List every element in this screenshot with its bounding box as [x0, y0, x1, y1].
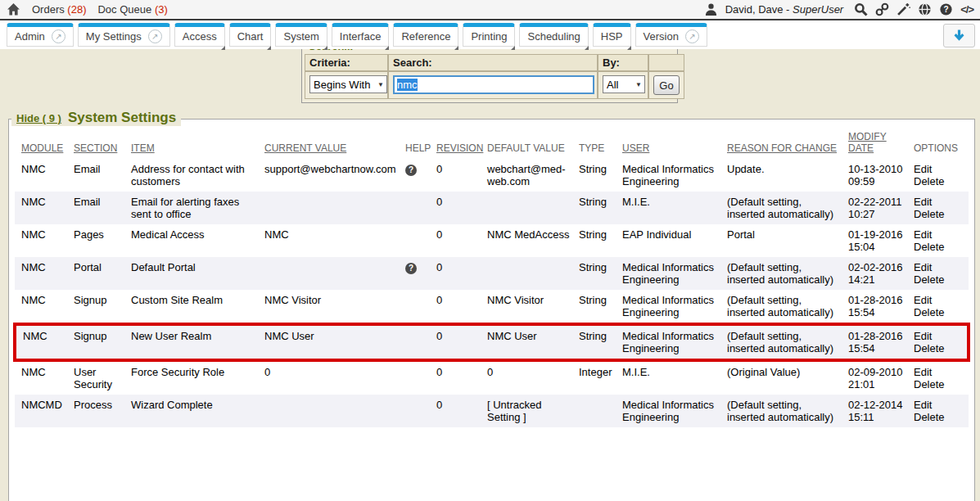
- cell-module: NMC: [15, 360, 72, 395]
- cell-type: String: [577, 257, 621, 290]
- cell-reason: (Original Value): [725, 360, 847, 395]
- wand-icon[interactable]: [896, 2, 910, 16]
- tab-access[interactable]: Access: [174, 23, 225, 47]
- cell-section: Signup: [72, 324, 129, 360]
- column-header-options: OPTIONS: [912, 129, 969, 159]
- cell-help: [404, 290, 435, 324]
- edit-link[interactable]: Edit: [914, 196, 964, 208]
- cell-section: Email: [72, 159, 129, 192]
- tab-my-settings[interactable]: My Settings↗: [78, 23, 170, 47]
- criteria-select[interactable]: Begins With▼: [309, 75, 387, 93]
- column-header-module[interactable]: MODULE: [15, 129, 72, 159]
- edit-link[interactable]: Edit: [914, 163, 964, 175]
- column-header-section[interactable]: SECTION: [72, 129, 129, 159]
- criteria-label: Criteria:: [305, 54, 388, 71]
- tab-interface[interactable]: Interface: [332, 23, 390, 47]
- cell-current-value: [263, 257, 404, 290]
- cell-options: EditDelete: [912, 159, 969, 192]
- edit-link[interactable]: Edit: [914, 261, 964, 273]
- cell-module: NMC: [15, 257, 72, 290]
- cell-module: NMC: [15, 290, 72, 324]
- cell-reason: Update.: [725, 159, 847, 192]
- delete-link[interactable]: Delete: [914, 175, 964, 187]
- column-header-revision[interactable]: REVISION: [435, 129, 485, 159]
- tab-scheduling[interactable]: Scheduling: [519, 23, 588, 47]
- row-help-icon[interactable]: ?: [405, 263, 417, 274]
- menu-corner-icon: [454, 46, 458, 50]
- delete-link[interactable]: Delete: [914, 306, 964, 318]
- delete-link[interactable]: Delete: [914, 378, 964, 390]
- by-select[interactable]: All▼: [603, 75, 645, 93]
- home-icon[interactable]: [7, 2, 20, 16]
- popout-arrow-icon[interactable]: ↗: [52, 29, 65, 43]
- search-icon[interactable]: [854, 2, 868, 16]
- orders-link[interactable]: Orders (28): [32, 3, 86, 16]
- cell-item: Default Portal: [129, 257, 263, 290]
- search-input[interactable]: nmc: [393, 75, 594, 94]
- doc-queue-count: (3): [155, 3, 168, 16]
- menu-corner-icon: [385, 46, 389, 50]
- tab-chart[interactable]: Chart: [229, 23, 272, 47]
- cell-help: [404, 224, 435, 257]
- delete-link[interactable]: Delete: [914, 273, 964, 286]
- delete-link[interactable]: Delete: [914, 411, 964, 423]
- popout-arrow-icon[interactable]: ↗: [148, 29, 162, 43]
- cell-revision: 0: [435, 257, 485, 290]
- edit-link[interactable]: Edit: [914, 228, 964, 241]
- menu-corner-icon: [323, 46, 327, 50]
- search-panel: Search... Criteria: Search: By: Begins W…: [301, 47, 678, 103]
- hide-link[interactable]: Hide ( 9 ): [16, 112, 61, 124]
- column-header-reason-for-change[interactable]: REASON FOR CHANGE: [725, 129, 847, 159]
- delete-link[interactable]: Delete: [914, 241, 964, 253]
- edit-link[interactable]: Edit: [914, 330, 962, 342]
- delete-link[interactable]: Delete: [914, 208, 964, 220]
- link-icon[interactable]: [875, 2, 889, 16]
- table-row: NMCPagesMedical AccessNMC0NMC MedAccessS…: [15, 224, 969, 257]
- down-arrow-icon: [952, 29, 966, 43]
- cell-modify-date: 02-22-2011 10:27: [847, 192, 912, 224]
- go-button[interactable]: Go: [653, 75, 680, 95]
- delete-link[interactable]: Delete: [914, 342, 962, 354]
- globe-icon[interactable]: [918, 2, 932, 16]
- menu-corner-icon: [627, 46, 631, 50]
- cell-module: NMC: [15, 324, 72, 360]
- cell-options: EditDelete: [912, 360, 969, 395]
- cell-modify-date: 02-09-2010 21:01: [847, 360, 912, 395]
- tab-hsp[interactable]: HSP: [593, 23, 631, 47]
- cell-options: EditDelete: [912, 192, 969, 224]
- column-header-help: HELP: [404, 129, 435, 159]
- tab-version[interactable]: Version↗: [635, 23, 707, 47]
- svg-text:?: ?: [944, 5, 949, 14]
- cell-default-value: [485, 257, 577, 290]
- doc-queue-link[interactable]: Doc Queue (3): [97, 3, 167, 16]
- popout-arrow-icon[interactable]: ↗: [685, 29, 699, 43]
- column-header-current-value[interactable]: CURRENT VALUE: [263, 129, 404, 159]
- tab-admin[interactable]: Admin↗: [7, 23, 74, 47]
- cell-help: ?: [404, 257, 435, 290]
- cell-options: EditDelete: [912, 324, 969, 360]
- row-help-icon[interactable]: ?: [405, 165, 417, 176]
- cell-item: New User Realm: [129, 324, 263, 360]
- cell-user: Medical Informatics Engineering: [621, 395, 725, 427]
- cell-user: M.I.E.: [621, 192, 725, 224]
- edit-link[interactable]: Edit: [914, 294, 964, 306]
- scroll-down-button[interactable]: [943, 24, 975, 47]
- table-row: NMCSignupCustom Site RealmNMC Visitor0NM…: [15, 290, 969, 324]
- tab-reference[interactable]: Reference: [393, 23, 458, 47]
- table-row: NMCUser SecurityForce Security Role000In…: [15, 360, 969, 395]
- edit-link[interactable]: Edit: [914, 399, 964, 411]
- column-header-user[interactable]: USER: [621, 129, 725, 159]
- cell-default-value: 0: [485, 360, 577, 395]
- column-header-modify-date[interactable]: MODIFY DATE: [847, 129, 912, 159]
- tab-printing[interactable]: Printing: [463, 23, 515, 47]
- cell-current-value: NMC Visitor: [263, 290, 404, 324]
- help-icon[interactable]: ?: [939, 2, 953, 16]
- edit-link[interactable]: Edit: [914, 366, 964, 378]
- tab-label: Reference: [401, 30, 450, 43]
- tab-system[interactable]: System: [275, 23, 327, 47]
- cell-item: Email for alerting faxes sent to office: [129, 192, 263, 224]
- code-icon[interactable]: </>: [960, 3, 973, 16]
- cell-help: [404, 360, 435, 395]
- cell-user: Medical Informatics Engineering: [621, 324, 725, 360]
- column-header-item[interactable]: ITEM: [129, 129, 263, 159]
